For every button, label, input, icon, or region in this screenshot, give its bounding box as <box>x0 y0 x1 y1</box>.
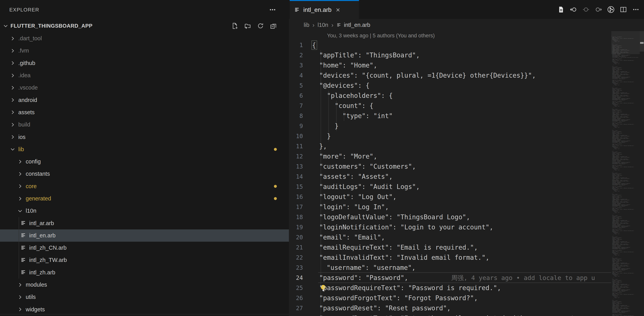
tree-item[interactable]: intl_en.arb <box>0 229 289 242</box>
code-line[interactable]: 11 }, <box>289 141 611 151</box>
tree-item[interactable]: ios <box>0 131 289 143</box>
code-line[interactable]: 2 "appTitle": "ThingsBoard", <box>289 50 611 60</box>
previous-change-button[interactable] <box>568 4 578 14</box>
chevron-right-icon <box>17 307 23 312</box>
code-line[interactable]: 14 "assets": "Assets", <box>289 172 611 182</box>
tree-item[interactable]: .dart_tool <box>0 32 289 44</box>
code-line[interactable]: 21 "emailRequireText": "Email is require… <box>289 243 611 253</box>
tree-item[interactable]: l10n <box>0 205 289 217</box>
code-line[interactable]: 1 { <box>289 40 611 50</box>
line-number: 4 <box>289 70 312 80</box>
file-icon <box>294 7 300 13</box>
line-number: 19 <box>289 222 312 232</box>
code-line[interactable]: 10 } <box>289 131 611 141</box>
code-line[interactable]: 15 "auditLogs": "Audit Logs", <box>289 182 611 192</box>
tree-item[interactable]: intl_zh.arb <box>0 266 289 279</box>
minimap-slider[interactable] <box>611 31 640 54</box>
tree-item[interactable]: widgets <box>0 303 289 316</box>
tree-item[interactable]: .fvm <box>0 44 289 57</box>
tree-item[interactable]: intl_ar.arb <box>0 217 289 229</box>
tree-item[interactable]: .github <box>0 57 289 69</box>
code-line[interactable]: 20 "email": "Email", <box>289 232 611 243</box>
code-line[interactable]: 16 "logout": "Log Out", <box>289 192 611 202</box>
tree-item-label: intl_zh_TW.arb <box>29 257 67 263</box>
code-line[interactable]: 8 "type": "int" <box>289 111 611 121</box>
editor[interactable]: You, 3 weeks ago | 5 authors (You and ot… <box>289 31 611 316</box>
code-text: "emailInvalidText": "Invalid email forma… <box>312 253 490 263</box>
editor-scrollbar[interactable] <box>640 31 644 316</box>
code-line[interactable]: 25 "passwordRequireText": "Password is r… <box>289 283 611 293</box>
tree-item[interactable]: android <box>0 94 289 106</box>
breadcrumb-folder[interactable]: l10n <box>318 22 328 28</box>
code-line[interactable]: 3 "home": "Home", <box>289 60 611 70</box>
collapse-folders-button[interactable] <box>268 21 278 31</box>
chevron-down-icon <box>10 146 16 152</box>
tree-item[interactable]: config <box>0 155 289 168</box>
tree-item-label: intl_zh_CN.arb <box>29 245 66 251</box>
open-file-button[interactable] <box>556 4 566 14</box>
line-number: 5 <box>289 80 312 91</box>
tab-intl-en-arb[interactable]: intl_en.arb <box>290 0 359 19</box>
code-line[interactable]: 24 "password": "Password", 周强, 4 years a… <box>289 273 611 283</box>
code-line[interactable]: 28 "passwordResetText": "Enter the email… <box>289 313 611 316</box>
project-root-folder[interactable]: FLUTTER_THINGSBOARD_APP <box>0 19 289 32</box>
commit-graph-button[interactable] <box>606 4 616 14</box>
tree-item[interactable]: intl_zh_CN.arb <box>0 242 289 254</box>
file-icon <box>21 220 26 226</box>
code-line[interactable]: 18 "logoDefaultValue": "ThingsBoard Logo… <box>289 212 611 222</box>
code-text: "passwordReset": "Reset password", <box>312 303 451 313</box>
code-line[interactable]: 7 "count": { <box>289 101 611 111</box>
line-number: 17 <box>289 202 312 212</box>
open-changes-button[interactable] <box>581 4 591 14</box>
tree-item[interactable]: modules <box>0 279 289 291</box>
tree-item[interactable]: core <box>0 180 289 192</box>
new-folder-button[interactable] <box>242 21 253 31</box>
sidebar-section-divider <box>0 314 289 315</box>
code-line[interactable]: 17 "login": "Log In", <box>289 202 611 212</box>
code-text: }, <box>312 141 327 151</box>
new-file-button[interactable] <box>230 21 240 31</box>
explorer-more-actions-button[interactable] <box>268 5 278 15</box>
line-number: 11 <box>289 141 312 151</box>
tree-item[interactable]: utils <box>0 291 289 303</box>
tree-item[interactable]: assets <box>0 106 289 118</box>
split-editor-button[interactable] <box>618 4 628 14</box>
tree-item-label: constants <box>26 171 50 177</box>
code-line[interactable]: 19 "loginNotification": "Login to your a… <box>289 222 611 232</box>
tab-label: intl_en.arb <box>303 6 332 13</box>
code-line[interactable]: 4 "devices": "{count, plural, =1{Device}… <box>289 70 611 80</box>
next-change-button[interactable] <box>594 4 604 14</box>
code-line[interactable]: 26 "passwordForgotText": "Forgot Passwor… <box>289 293 611 303</box>
tree-item[interactable]: lib <box>0 143 289 155</box>
breadcrumb-folder[interactable]: lib <box>304 22 309 28</box>
code-line[interactable]: 12 "more": "More", <box>289 151 611 162</box>
tree-item[interactable]: generated <box>0 192 289 205</box>
tree-item[interactable]: .vscode <box>0 81 289 94</box>
code-text: { <box>312 40 317 50</box>
tree-item[interactable]: constants <box>0 168 289 180</box>
code-line[interactable]: 6 "placeholders": { <box>289 91 611 101</box>
code-line[interactable]: 13 "customers": "Customers", <box>289 162 611 172</box>
refresh-explorer-button[interactable] <box>256 21 266 31</box>
editor-more-actions-button[interactable] <box>631 4 641 14</box>
code-line[interactable]: 22 "emailInvalidText": "Invalid email fo… <box>289 253 611 263</box>
code-lines: 1 { 2 <box>289 40 611 316</box>
code-line[interactable]: 27 "passwordReset": "Reset password", <box>289 303 611 313</box>
codelens-authors[interactable]: You, 3 weeks ago | 5 authors (You and ot… <box>289 31 611 40</box>
tree-item[interactable]: .idea <box>0 69 289 81</box>
line-number: 8 <box>289 111 312 121</box>
line-number: 27 <box>289 303 312 313</box>
breadcrumb-file[interactable]: intl_en.arb <box>336 22 370 28</box>
line-number: 23 <box>289 263 312 273</box>
code-line[interactable]: 5 "@devices": { <box>289 80 611 91</box>
tree-item-label: .vscode <box>18 84 38 91</box>
minimap[interactable]: { "appTitle": "ThingsBoard", "home": "Ho… <box>611 31 640 316</box>
close-icon[interactable] <box>336 7 340 12</box>
scrollbar-thumb[interactable] <box>640 31 644 51</box>
code-text: "home": "Home", <box>312 60 377 70</box>
code-line[interactable]: 23 "username": "username", <box>289 263 611 273</box>
tree-item[interactable]: intl_zh_TW.arb <box>0 254 289 266</box>
code-line[interactable]: 9 } <box>289 121 611 131</box>
git-modified-dot <box>274 148 277 151</box>
tree-item[interactable]: build <box>0 118 289 131</box>
